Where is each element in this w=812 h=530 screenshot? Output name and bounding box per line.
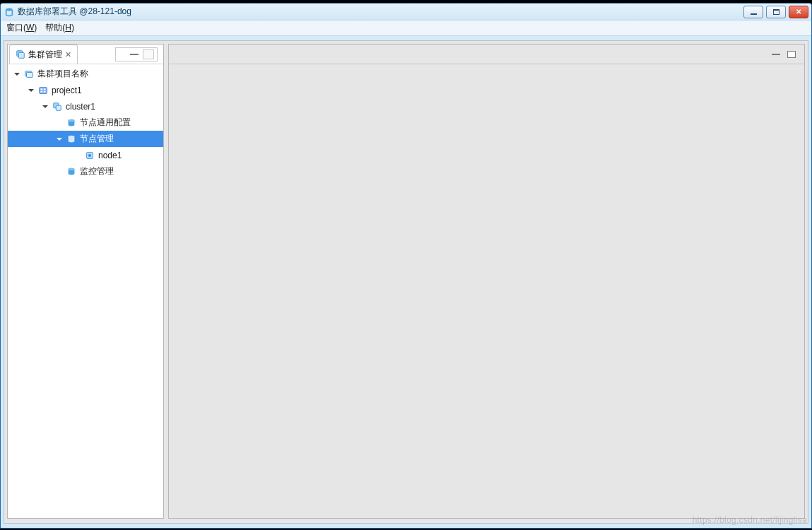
- expand-toggle-icon[interactable]: [28, 88, 35, 93]
- cluster-icon: [52, 101, 63, 112]
- expand-toggle-icon[interactable]: [42, 104, 49, 110]
- project-icon: [37, 85, 49, 96]
- database-icon: [66, 117, 77, 129]
- view-thumb-icon: [143, 49, 154, 59]
- app-icon: [4, 6, 15, 18]
- window-frame: 数据库部署工具 @28-121-dog ✕ 窗口(W) 帮助(H) 集群管理 ✕: [0, 3, 812, 529]
- right-pane: [168, 44, 805, 519]
- tab-cluster-mgmt[interactable]: 集群管理 ✕: [9, 45, 78, 64]
- svg-rect-4: [27, 72, 33, 77]
- tree-cluster[interactable]: cluster1: [8, 98, 163, 114]
- titlebar: 数据库部署工具 @28-121-dog ✕: [1, 4, 811, 20]
- tree-monitor-mgmt[interactable]: 监控管理: [8, 163, 163, 179]
- svg-rect-5: [40, 87, 47, 93]
- client-area: 集群管理 ✕ 集群项目名称 project1: [4, 40, 808, 524]
- left-pane: 集群管理 ✕ 集群项目名称 project1: [7, 44, 164, 519]
- tree: 集群项目名称 project1 cluster1 节点通用配置: [8, 66, 163, 518]
- view-slot[interactable]: [115, 47, 158, 61]
- tree-root[interactable]: 集群项目名称: [8, 66, 163, 82]
- node-chip-icon: [84, 150, 95, 161]
- folder-stack-icon: [23, 69, 35, 80]
- tree-cluster-label: cluster1: [66, 102, 95, 112]
- tree-root-label: 集群项目名称: [37, 68, 88, 80]
- svg-rect-2: [18, 52, 24, 58]
- svg-rect-7: [44, 88, 46, 90]
- close-button[interactable]: ✕: [789, 6, 808, 18]
- svg-rect-6: [41, 88, 43, 90]
- database-icon: [66, 166, 77, 177]
- tree-node1-label: node1: [98, 151, 122, 160]
- tree-project-label: project1: [52, 86, 82, 95]
- svg-point-0: [6, 8, 13, 11]
- tab-close-icon[interactable]: ✕: [65, 50, 71, 59]
- expand-toggle-icon[interactable]: [13, 71, 20, 77]
- tree-node-common-config-label: 节点通用配置: [80, 117, 131, 129]
- left-pane-header: 集群管理 ✕: [8, 45, 163, 64]
- maximize-button[interactable]: [766, 6, 786, 18]
- svg-rect-8: [41, 90, 43, 92]
- menu-window-label: 窗口: [6, 23, 23, 33]
- svg-rect-11: [56, 105, 61, 110]
- svg-point-18: [69, 167, 75, 170]
- window-buttons: ✕: [743, 6, 808, 18]
- right-pane-body: [169, 64, 804, 518]
- svg-rect-9: [44, 90, 46, 92]
- menu-help-mnemonic: H: [65, 23, 71, 33]
- expand-toggle-icon[interactable]: [56, 136, 63, 142]
- svg-point-13: [69, 119, 75, 122]
- view-min-icon: [130, 54, 139, 55]
- window-title: 数据库部署工具 @28-121-dog: [18, 6, 131, 18]
- menubar: 窗口(W) 帮助(H): [1, 20, 811, 36]
- menu-help-label: 帮助: [45, 23, 62, 33]
- pane-minimize-icon[interactable]: [772, 54, 780, 55]
- tree-node-mgmt[interactable]: 节点管理: [8, 131, 163, 147]
- database-icon: [66, 134, 77, 145]
- menu-help[interactable]: 帮助(H): [45, 22, 74, 34]
- tree-node-common-config[interactable]: 节点通用配置: [8, 114, 163, 131]
- cluster-stack-icon: [16, 49, 25, 59]
- pane-maximize-icon[interactable]: [787, 51, 796, 58]
- tree-monitor-mgmt-label: 监控管理: [80, 165, 114, 177]
- tree-project[interactable]: project1: [8, 82, 163, 98]
- tab-label: 集群管理: [28, 49, 62, 61]
- menu-window[interactable]: 窗口(W): [6, 22, 37, 34]
- right-pane-header: [169, 45, 804, 64]
- svg-rect-16: [88, 154, 91, 157]
- tree-node1[interactable]: node1: [8, 147, 163, 163]
- tree-node-mgmt-label: 节点管理: [80, 133, 114, 145]
- menu-window-mnemonic: W: [26, 23, 34, 33]
- minimize-button[interactable]: [743, 6, 763, 18]
